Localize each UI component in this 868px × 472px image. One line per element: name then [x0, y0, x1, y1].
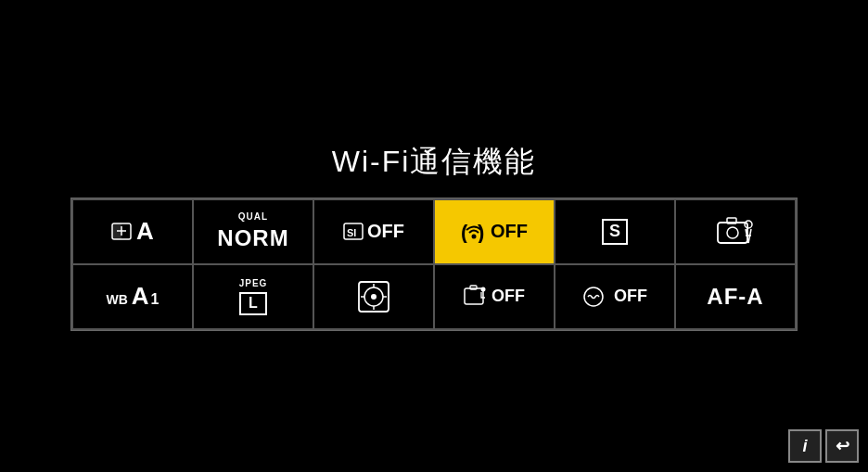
svg-rect-9 — [718, 223, 747, 243]
hdr-icon — [464, 285, 488, 309]
cell-sl-off[interactable]: Sl OFF — [313, 199, 434, 264]
face-detect-icon — [717, 217, 754, 247]
info-button[interactable]: i — [788, 429, 822, 463]
exposure-icon — [111, 223, 132, 241]
vr-icon — [582, 285, 610, 309]
camera-settings-grid: A QUAL NORM Sl OFF — [70, 198, 798, 331]
svg-point-25 — [481, 287, 486, 291]
page-title: Wi-Fi通信機能 — [332, 142, 537, 183]
cell-af-a[interactable]: AF-A — [675, 264, 796, 329]
sl-icon: Sl — [343, 223, 364, 241]
cell-wifi-off[interactable]: ( ) OFF — [434, 199, 555, 264]
cell-exposure-mode[interactable]: A — [72, 199, 193, 264]
svg-point-26 — [584, 287, 603, 306]
svg-text:(: ( — [461, 221, 468, 243]
svg-point-12 — [745, 221, 752, 228]
cell-metering[interactable] — [313, 264, 434, 329]
cell-vr-off[interactable]: OFF — [555, 264, 675, 329]
svg-text:Sl: Sl — [347, 227, 356, 238]
svg-rect-23 — [465, 288, 483, 304]
cell-s-mode[interactable]: S — [555, 199, 675, 264]
wifi-icon: ( ) — [461, 221, 487, 243]
metering-icon — [357, 280, 390, 313]
svg-rect-3 — [112, 223, 121, 239]
cell-qual-norm[interactable]: QUAL NORM — [193, 199, 313, 264]
bottom-controls: i ↩ — [788, 429, 859, 463]
svg-point-11 — [727, 227, 738, 238]
svg-point-18 — [371, 294, 377, 300]
settings-grid-inner: A QUAL NORM Sl OFF — [71, 198, 797, 330]
cell-wb-a1[interactable]: WB A 1 — [72, 264, 193, 329]
cell-jpeg-l[interactable]: JPEG L — [193, 264, 313, 329]
svg-text:): ) — [478, 221, 484, 243]
cell-hdr-off[interactable]: OFF — [434, 264, 555, 329]
svg-rect-24 — [470, 286, 477, 289]
svg-point-7 — [472, 234, 477, 238]
cell-face-detect[interactable] — [675, 199, 796, 264]
back-button[interactable]: ↩ — [825, 429, 859, 463]
